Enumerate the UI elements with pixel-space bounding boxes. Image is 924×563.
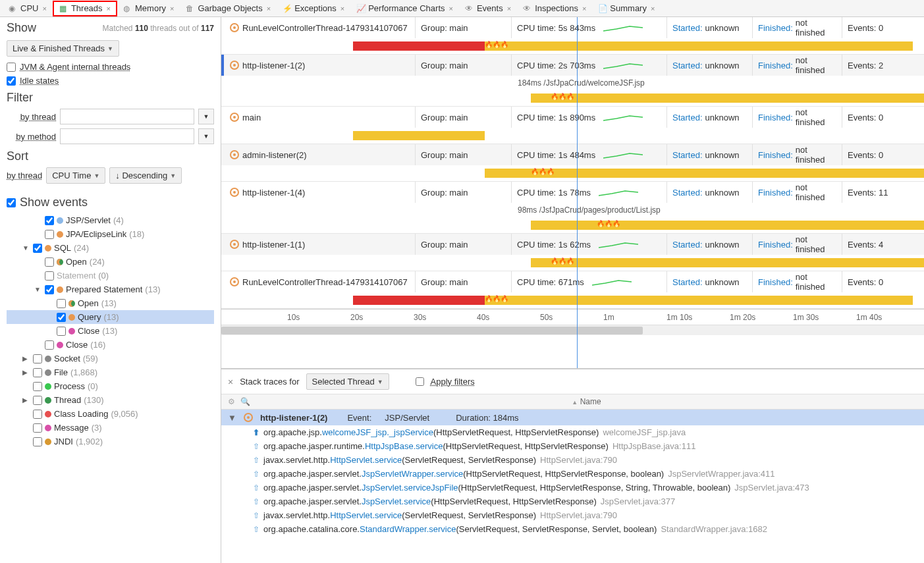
tree-item[interactable]: JPA/EclipseLink (18) xyxy=(7,227,214,241)
close-icon[interactable]: × xyxy=(340,5,344,13)
thread-row[interactable]: RunLevelControllerThread-1479314107067 G… xyxy=(221,17,924,55)
tab-garbage-objects[interactable]: 🗑Garbage Objects× xyxy=(180,1,277,16)
expand-icon[interactable]: ▶ xyxy=(22,396,30,404)
file-link[interactable]: HttpJspBase.java:111 xyxy=(612,441,695,451)
tree-checkbox[interactable] xyxy=(57,327,66,336)
tree-checkbox[interactable] xyxy=(57,313,66,322)
stack-frame[interactable]: ⇧org.apache.jasper.servlet.JspServlet.se… xyxy=(221,481,924,495)
show-events-checkbox[interactable] xyxy=(7,198,16,207)
stack-frame[interactable]: ⇧javax.servlet.http.HttpServlet.service(… xyxy=(221,453,924,467)
tab-exceptions[interactable]: ⚡Exceptions× xyxy=(277,1,350,16)
stack-thread-dd[interactable]: Selected Thread▼ xyxy=(306,373,389,390)
thread-timeline[interactable]: 🔥🔥🔥 xyxy=(287,219,924,232)
thread-row[interactable]: admin-listener(2) Group: main CPU time: … xyxy=(221,144,924,182)
tree-checkbox[interactable] xyxy=(45,285,54,294)
tree-checkbox[interactable] xyxy=(33,382,42,391)
filter-thread-input[interactable] xyxy=(60,109,194,124)
thread-row[interactable]: http-listener-1(1) Group: main CPU time:… xyxy=(221,234,924,271)
jvm-internal-checkbox[interactable] xyxy=(7,63,16,72)
name-column[interactable]: Name xyxy=(580,397,601,406)
tree-checkbox[interactable] xyxy=(45,271,54,281)
tree-checkbox[interactable] xyxy=(33,410,42,419)
filter-method-input[interactable] xyxy=(60,128,194,144)
h-scrollbar[interactable] xyxy=(221,325,924,335)
tab-summary[interactable]: 📄Summary× xyxy=(592,1,661,16)
stack-close[interactable]: × xyxy=(228,377,233,387)
expand-icon[interactable]: ▼ xyxy=(22,244,30,252)
tree-checkbox[interactable] xyxy=(33,437,42,446)
close-icon[interactable]: × xyxy=(582,5,586,13)
tree-checkbox[interactable] xyxy=(45,340,54,350)
expand-icon[interactable]: ▶ xyxy=(22,355,30,362)
file-link[interactable]: JspServletWrapper.java:411 xyxy=(668,469,775,479)
filter-thread-dd[interactable]: ▼ xyxy=(198,109,214,124)
file-link[interactable]: HttpServlet.java:790 xyxy=(540,510,617,520)
close-icon[interactable]: × xyxy=(42,5,46,13)
filter-method-dd[interactable]: ▼ xyxy=(198,128,214,144)
tree-item[interactable]: ▶File (1,868) xyxy=(7,365,214,379)
thread-timeline[interactable]: 🔥🔥🔥 xyxy=(287,40,924,53)
tree-checkbox[interactable] xyxy=(33,354,42,363)
file-link[interactable]: StandardWrapper.java:1682 xyxy=(661,524,767,534)
thread-row[interactable]: http-listener-1(2) Group: main CPU time:… xyxy=(221,55,924,107)
stack-group-header[interactable]: ▼http-listener-1(2)Event:JSP/ServletDura… xyxy=(221,410,924,425)
close-icon[interactable]: × xyxy=(651,5,655,13)
thread-row[interactable]: main Group: main CPU time: 1s 890ms Star… xyxy=(221,107,924,144)
tree-checkbox[interactable] xyxy=(33,244,42,253)
stack-frame[interactable]: ⇧org.apache.jasper.runtime.HttpJspBase.s… xyxy=(221,439,924,453)
thread-timeline[interactable] xyxy=(287,129,924,142)
file-link[interactable]: JspServlet.java:473 xyxy=(734,483,809,493)
tree-item[interactable]: ▶Socket (59) xyxy=(7,352,214,365)
tree-item[interactable]: Class Loading (9,056) xyxy=(7,407,214,421)
file-link[interactable]: JspServlet.java:377 xyxy=(601,496,675,506)
tree-item[interactable]: Statement (0) xyxy=(7,269,214,282)
close-icon[interactable]: × xyxy=(267,5,271,13)
tree-item[interactable]: Open (24) xyxy=(7,255,214,269)
tree-item[interactable]: ▶Thread (130) xyxy=(7,393,214,407)
thread-timeline[interactable]: 🔥🔥🔥 xyxy=(287,256,924,269)
tab-threads[interactable]: ▦Threads× xyxy=(53,1,117,16)
stack-frame[interactable]: ⇧org.apache.catalina.core.StandardWrappe… xyxy=(221,522,924,536)
tree-item[interactable]: JNDI (1,902) xyxy=(7,435,214,448)
thread-row[interactable]: RunLevelControllerThread-1479314107067 G… xyxy=(221,271,924,309)
sort-by-dd[interactable]: CPU Time▼ xyxy=(46,167,105,184)
collapse-icon[interactable]: ▼ xyxy=(228,413,236,423)
tab-cpu[interactable]: ◉CPU× xyxy=(3,1,53,16)
thread-state-dropdown[interactable]: Live & Finished Threads▼ xyxy=(7,40,119,57)
close-icon[interactable]: × xyxy=(107,5,111,13)
tree-item[interactable]: Message (3) xyxy=(7,421,214,435)
apply-filters-checkbox[interactable] xyxy=(416,377,424,386)
thread-timeline[interactable]: 🔥🔥🔥 xyxy=(287,294,924,307)
expand-icon[interactable]: ▼ xyxy=(34,286,42,293)
stack-frame[interactable]: ⇧org.apache.jasper.servlet.JspServletWra… xyxy=(221,467,924,481)
idle-states-checkbox[interactable] xyxy=(7,76,16,86)
tab-memory[interactable]: ◍Memory× xyxy=(117,1,180,16)
thread-timeline[interactable]: 🔥🔥🔥 xyxy=(287,167,924,180)
file-link[interactable]: welcomeJSF_jsp.java xyxy=(603,427,686,437)
close-icon[interactable]: × xyxy=(449,5,453,13)
tree-checkbox[interactable] xyxy=(33,368,42,377)
tree-checkbox[interactable] xyxy=(45,257,54,267)
tree-checkbox[interactable] xyxy=(45,230,54,239)
expand-icon[interactable]: ▶ xyxy=(22,369,30,376)
stack-frame[interactable]: ⇧javax.servlet.http.HttpServlet.service(… xyxy=(221,508,924,522)
tree-item[interactable]: JSP/Servlet (4) xyxy=(7,213,214,227)
tree-item[interactable]: Open (13) xyxy=(7,296,214,310)
tree-checkbox[interactable] xyxy=(57,299,66,308)
tab-performance-charts[interactable]: 📈Performance Charts× xyxy=(350,1,459,16)
file-link[interactable]: HttpServlet.java:790 xyxy=(540,455,617,465)
close-icon[interactable]: × xyxy=(507,5,511,13)
thread-row[interactable]: http-listener-1(4) Group: main CPU time:… xyxy=(221,182,924,234)
tree-item[interactable]: ▼Prepared Statement (13) xyxy=(7,282,214,296)
gear-icon[interactable]: ⚙ xyxy=(228,397,235,406)
close-icon[interactable]: × xyxy=(170,5,174,13)
stack-frame[interactable]: ⬆org.apache.jsp.welcomeJSF_jsp._jspServi… xyxy=(221,425,924,439)
thread-timeline[interactable]: 🔥🔥🔥 xyxy=(287,92,924,105)
tab-events[interactable]: 👁Events× xyxy=(459,1,517,16)
tree-checkbox[interactable] xyxy=(33,396,42,405)
sort-dir-dd[interactable]: ↓ Descending▼ xyxy=(109,167,182,184)
tree-checkbox[interactable] xyxy=(33,423,42,433)
tree-item[interactable]: Close (16) xyxy=(7,338,214,352)
tree-item[interactable]: Process (0) xyxy=(7,379,214,393)
tree-checkbox[interactable] xyxy=(45,216,54,225)
